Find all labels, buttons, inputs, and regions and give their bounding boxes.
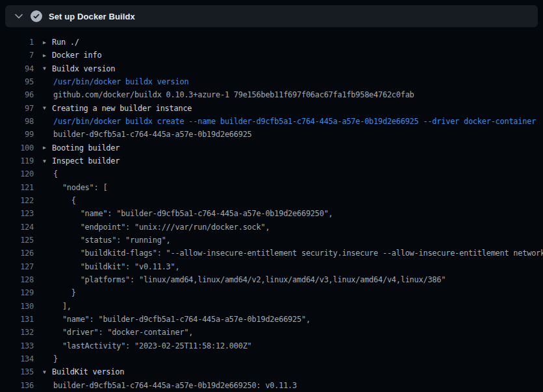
triangle-expanded-icon[interactable]: ▼ (43, 369, 52, 375)
log-section-toggle[interactable]: ▼BuildKit version (34, 367, 543, 376)
log-output-text: "buildkitd-flags": "--allow-insecure-ent… (34, 249, 543, 258)
log-output-text: "status": "running", (34, 236, 543, 245)
log-command-text: /usr/bin/docker buildx version (34, 77, 543, 86)
log-line: 132 "driver": "docker-container", (0, 326, 543, 339)
line-number[interactable]: 120 (0, 169, 34, 178)
log-output-text: ], (34, 302, 543, 311)
line-number[interactable]: 121 (0, 183, 34, 192)
log-section-toggle[interactable]: ▶Booting builder (34, 143, 543, 153)
log-line: 98/usr/bin/docker buildx create --name b… (0, 115, 543, 128)
log-line: 99builder-d9cfb5a1-c764-445a-a57e-0b19d2… (0, 128, 543, 141)
log-output-text: } (34, 288, 543, 297)
line-number[interactable]: 96 (0, 90, 34, 99)
log-output-text: builder-d9cfb5a1-c764-445a-a57e-0b19d2e6… (34, 381, 543, 390)
log-line: 135▼BuildKit version (0, 365, 543, 378)
log-output-text: "name": "builder-d9cfb5a1-c764-445a-a57e… (34, 209, 543, 218)
log-output-text: { (34, 169, 543, 178)
line-number[interactable]: 122 (0, 196, 34, 205)
log-section-label: Docker info (52, 51, 101, 60)
log-line: 96github.com/docker/buildx 0.10.3+azure-… (0, 88, 543, 101)
log-output-text: github.com/docker/buildx 0.10.3+azure-1 … (34, 90, 543, 99)
log-line: 94▼Buildx version (0, 62, 543, 75)
check-circle-icon (31, 10, 42, 22)
log-line: 121 "nodes": [ (0, 181, 543, 194)
log-line: 123 "name": "builder-d9cfb5a1-c764-445a-… (0, 207, 543, 220)
log-output-text: } (34, 354, 543, 363)
line-number[interactable]: 130 (0, 302, 34, 311)
log-line: 134} (0, 352, 543, 365)
line-number[interactable]: 97 (0, 104, 34, 113)
log-section-label: Run ./ (52, 38, 79, 47)
log-section-toggle[interactable]: ▼Inspect builder (34, 156, 543, 165)
log-line: 125 "status": "running", (0, 234, 543, 247)
log-line: 136builder-d9cfb5a1-c764-445a-a57e-0b19d… (0, 379, 543, 392)
line-number[interactable]: 124 (0, 223, 34, 232)
triangle-expanded-icon[interactable]: ▼ (43, 158, 52, 164)
log-line: 119▼Inspect builder (0, 154, 543, 167)
step-title: Set up Docker Buildx (49, 12, 135, 21)
line-number[interactable]: 98 (0, 117, 34, 126)
line-number[interactable]: 95 (0, 77, 34, 86)
log-output-text: "lastActivity": "2023-02-25T11:58:12.000… (34, 341, 543, 350)
log-output-text: "name": "builder-d9cfb5a1-c764-445a-a57e… (34, 315, 543, 324)
log-line: 124 "endpoint": "unix:///var/run/docker.… (0, 221, 543, 234)
log-line: 120{ (0, 167, 543, 180)
line-number[interactable]: 125 (0, 236, 34, 245)
chevron-down-icon[interactable] (14, 11, 24, 21)
log-section-toggle[interactable]: ▼Buildx version (34, 64, 543, 73)
line-number[interactable]: 128 (0, 275, 34, 284)
log-output-text: "nodes": [ (34, 183, 543, 192)
line-number[interactable]: 119 (0, 156, 34, 165)
log-line: 126 "buildkitd-flags": "--allow-insecure… (0, 247, 543, 260)
log-viewer: 1▶Run ./7▶Docker info94▼Buildx version95… (0, 36, 543, 392)
log-line: 100▶Booting builder (0, 141, 543, 154)
step-header[interactable]: Set up Docker Buildx (5, 5, 538, 27)
line-number[interactable]: 123 (0, 209, 34, 218)
log-output-text: { (34, 196, 543, 205)
log-line: 130 ], (0, 300, 543, 313)
log-line: 7▶Docker info (0, 49, 543, 62)
triangle-collapsed-icon[interactable]: ▶ (43, 145, 52, 151)
line-number[interactable]: 132 (0, 328, 34, 337)
log-output-text: "endpoint": "unix:///var/run/docker.sock… (34, 223, 543, 232)
log-line: 128 "platforms": "linux/amd64,linux/amd6… (0, 273, 543, 286)
log-section-toggle[interactable]: ▶Docker info (34, 51, 543, 60)
line-number[interactable]: 134 (0, 354, 34, 363)
log-section-label: BuildKit version (52, 367, 124, 376)
line-number[interactable]: 127 (0, 262, 34, 271)
log-line: 95/usr/bin/docker buildx version (0, 75, 543, 88)
log-line: 133 "lastActivity": "2023-02-25T11:58:12… (0, 339, 543, 352)
triangle-collapsed-icon[interactable]: ▶ (43, 40, 52, 45)
line-number[interactable]: 129 (0, 288, 34, 297)
line-number[interactable]: 94 (0, 64, 34, 73)
line-number[interactable]: 131 (0, 315, 34, 324)
triangle-collapsed-icon[interactable]: ▶ (43, 53, 52, 58)
log-section-label: Buildx version (52, 64, 115, 73)
triangle-expanded-icon[interactable]: ▼ (43, 105, 52, 111)
log-output-text: builder-d9cfb5a1-c764-445a-a57e-0b19d2e6… (34, 130, 543, 139)
log-line: 97▼Creating a new builder instance (0, 102, 543, 115)
log-section-label: Booting builder (52, 143, 120, 153)
log-output-text: "platforms": "linux/amd64,linux/amd64/v2… (34, 275, 543, 284)
log-line: 1▶Run ./ (0, 36, 543, 49)
line-number[interactable]: 136 (0, 381, 34, 390)
line-number[interactable]: 1 (0, 38, 34, 47)
log-line: 127 "buildkit": "v0.11.3", (0, 260, 543, 273)
log-output-text: "buildkit": "v0.11.3", (34, 262, 543, 271)
line-number[interactable]: 7 (0, 51, 34, 60)
log-section-toggle[interactable]: ▼Creating a new builder instance (34, 104, 543, 113)
log-section-label: Inspect builder (52, 156, 120, 165)
log-section-toggle[interactable]: ▶Run ./ (34, 38, 543, 47)
log-section-label: Creating a new builder instance (52, 104, 192, 113)
log-command-text: /usr/bin/docker buildx create --name bui… (34, 117, 543, 126)
log-output-text: "driver": "docker-container", (34, 328, 543, 337)
line-number[interactable]: 99 (0, 130, 34, 139)
line-number[interactable]: 126 (0, 249, 34, 258)
log-line: 122 { (0, 194, 543, 207)
line-number[interactable]: 135 (0, 367, 34, 376)
log-line: 129 } (0, 286, 543, 299)
line-number[interactable]: 133 (0, 341, 34, 350)
line-number[interactable]: 100 (0, 143, 34, 153)
log-line: 131 "name": "builder-d9cfb5a1-c764-445a-… (0, 313, 543, 326)
triangle-expanded-icon[interactable]: ▼ (43, 66, 52, 71)
